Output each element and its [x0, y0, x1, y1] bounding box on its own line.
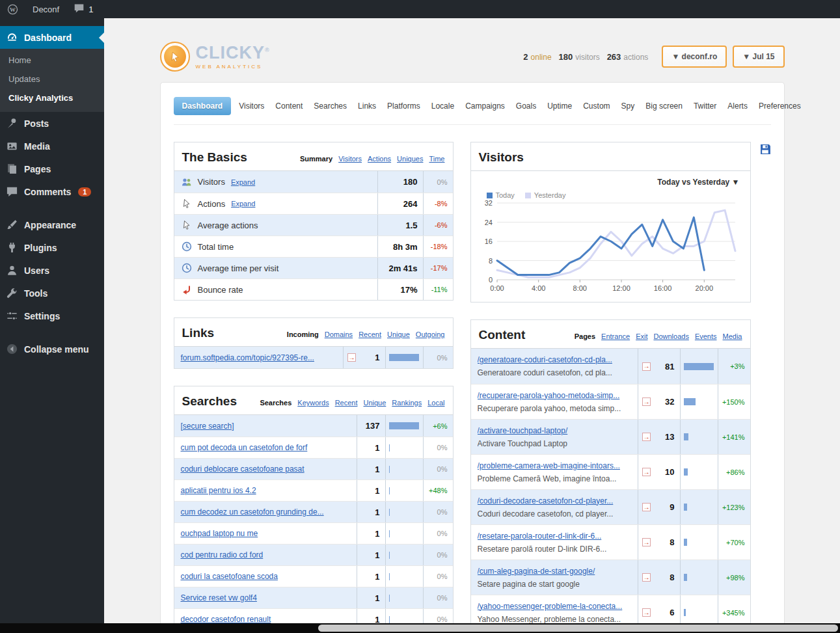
chart-comparison-selector[interactable]: Today vs Yesterday ▼: [479, 178, 742, 187]
basics-tab-visitors[interactable]: Visitors: [338, 155, 362, 163]
tab-preferences[interactable]: Preferences: [755, 98, 804, 114]
content-tab-entrance[interactable]: Entrance: [601, 332, 630, 340]
visitor-detail-arrow-icon[interactable]: →: [642, 538, 651, 546]
save-icon[interactable]: [760, 144, 771, 155]
page-link[interactable]: /activare-touchpad-laptop/: [478, 426, 631, 435]
sidebar-subitem-updates[interactable]: Updates: [0, 70, 104, 88]
sidebar-subitem-home[interactable]: Home: [0, 51, 104, 70]
visitor-detail-arrow-icon[interactable]: →: [642, 503, 651, 511]
search-term-link[interactable]: [secure search]: [174, 422, 357, 431]
svg-text:4:00: 4:00: [531, 284, 545, 292]
search-term-link[interactable]: cum decodez un casetofon grunding de...: [174, 507, 357, 517]
links-tab-outgoing[interactable]: Outgoing: [416, 330, 445, 338]
tab-alerts[interactable]: Alerts: [724, 98, 751, 114]
sidebar-subitem-clicky-analytics[interactable]: Clicky Analytics: [0, 88, 104, 107]
search-change: 0%: [423, 502, 453, 522]
tab-big-screen[interactable]: Big screen: [642, 98, 686, 114]
sidebar-item-dashboard[interactable]: Dashboard: [0, 26, 104, 49]
basics-tab-summary[interactable]: Summary: [300, 155, 332, 163]
searches-tab-local[interactable]: Local: [427, 399, 444, 407]
tab-custom[interactable]: Custom: [580, 98, 613, 114]
incoming-link[interactable]: forum.softpedia.com/topic/927395-re...: [174, 353, 343, 362]
stat-label: online: [531, 53, 552, 62]
horizontal-scrollbar[interactable]: [0, 623, 840, 633]
links-tab-incoming[interactable]: Incoming: [287, 330, 319, 338]
page-link[interactable]: /yahoo-messenger-probleme-la-conecta...: [478, 602, 631, 611]
site-selector-button[interactable]: ▼ deconf.ro: [662, 46, 727, 68]
search-term-link[interactable]: cum pot decoda un casetofon de forf: [174, 443, 357, 452]
search-term-link[interactable]: decodor casetofon renault: [174, 615, 357, 623]
page-link[interactable]: /recuperare-parola-yahoo-metoda-simp...: [478, 391, 631, 400]
tab-content[interactable]: Content: [272, 98, 306, 114]
links-tab-recent[interactable]: Recent: [359, 330, 381, 338]
tab-uptime[interactable]: Uptime: [544, 98, 575, 114]
tab-platforms[interactable]: Platforms: [384, 98, 424, 114]
value-bar: [389, 573, 390, 580]
legend-yesterday: Yesterday: [525, 191, 566, 199]
tab-visitors[interactable]: Visitors: [236, 98, 267, 114]
content-tab-media[interactable]: Media: [723, 332, 742, 340]
search-change: +48%: [423, 480, 453, 501]
visitor-detail-arrow-icon[interactable]: →: [642, 573, 651, 582]
page-link[interactable]: /coduri-decodare-casetofon-cd-player...: [478, 496, 631, 505]
content-tab-downloads[interactable]: Downloads: [653, 332, 688, 340]
page-link[interactable]: /resetare-parola-router-d-link-dir-6...: [478, 532, 631, 541]
page-link[interactable]: /generatoare-coduri-casetofon-cd-pla...: [478, 355, 631, 364]
search-term-link[interactable]: Service reset vw golf4: [174, 593, 357, 602]
tab-goals[interactable]: Goals: [513, 98, 539, 114]
searches-tab-rankings[interactable]: Rankings: [392, 399, 422, 407]
expand-link[interactable]: Expand: [231, 200, 255, 208]
sidebar-item-plugins[interactable]: Plugins: [0, 236, 104, 259]
page-link[interactable]: /probleme-camera-web-imagine-intoars...: [478, 461, 631, 470]
basics-tab-uniques[interactable]: Uniques: [397, 155, 423, 163]
site-name[interactable]: Deconf: [25, 0, 66, 18]
basics-tab-actions[interactable]: Actions: [368, 155, 391, 163]
content-tab-exit[interactable]: Exit: [636, 332, 647, 340]
tab-links[interactable]: Links: [355, 98, 379, 114]
visitor-detail-arrow-icon[interactable]: →: [642, 433, 651, 441]
visitor-detail-arrow-icon[interactable]: →: [347, 353, 356, 362]
searches-tab-unique[interactable]: Unique: [363, 399, 386, 407]
search-term-link[interactable]: aplicatii pentru ios 4.2: [174, 486, 357, 495]
search-term-link[interactable]: coduri deblocare casetofoane pasat: [174, 465, 357, 474]
tab-locale[interactable]: Locale: [428, 98, 457, 114]
tab-dashboard[interactable]: Dashboard: [174, 97, 232, 115]
content-tab-events[interactable]: Events: [695, 332, 717, 340]
date-selector-button[interactable]: ▼ Jul 15: [733, 46, 784, 68]
visitor-detail-arrow-icon[interactable]: →: [642, 608, 651, 617]
tab-campaigns[interactable]: Campaigns: [462, 98, 508, 114]
links-tab-domains[interactable]: Domains: [325, 330, 353, 338]
visitor-detail-arrow-icon[interactable]: →: [642, 362, 651, 371]
sidebar-item-media[interactable]: Media: [0, 135, 104, 157]
basics-tab-time[interactable]: Time: [429, 155, 444, 163]
sidebar-item-settings[interactable]: Settings: [0, 304, 104, 327]
sidebar-item-tools[interactable]: Tools: [0, 282, 104, 304]
scrollbar-thumb[interactable]: [318, 625, 838, 632]
settings-icon: [6, 310, 18, 322]
search-term-link[interactable]: coduri la casetofoane scoda: [174, 572, 357, 581]
sidebar-item-pages[interactable]: Pages: [0, 157, 104, 180]
searches-tab-recent[interactable]: Recent: [335, 399, 358, 407]
admin-bar-comments[interactable]: 1: [66, 0, 100, 18]
search-term-link[interactable]: cod pentru radio cd ford: [174, 550, 357, 559]
sidebar-item-users[interactable]: Users: [0, 259, 104, 282]
wordpress-logo-icon[interactable]: W: [0, 0, 25, 18]
sidebar-item-comments[interactable]: Comments1: [0, 180, 104, 203]
sidebar-item-appearance[interactable]: Appearance: [0, 213, 104, 236]
page-change: +86%: [718, 455, 750, 489]
search-term-link[interactable]: ouchpad laptop nu me: [174, 529, 357, 538]
searches-tab-keywords[interactable]: Keywords: [297, 399, 329, 407]
visitor-detail-arrow-icon[interactable]: →: [642, 397, 651, 406]
page-link[interactable]: /cum-aleg-pagina-de-start-google/: [478, 567, 631, 576]
visitor-detail-arrow-icon[interactable]: →: [642, 468, 651, 476]
expand-link[interactable]: Expand: [231, 178, 255, 186]
links-tab-unique[interactable]: Unique: [387, 330, 410, 338]
sidebar-item-posts[interactable]: Posts: [0, 112, 104, 135]
appearance-icon: [6, 219, 18, 231]
tab-twitter[interactable]: Twitter: [690, 98, 720, 114]
tab-searches[interactable]: Searches: [310, 98, 350, 114]
sidebar-item-collapse-menu[interactable]: Collapse menu: [0, 338, 104, 360]
tab-spy[interactable]: Spy: [618, 98, 638, 114]
searches-tab-searches[interactable]: Searches: [260, 399, 291, 407]
content-tab-pages[interactable]: Pages: [575, 332, 595, 340]
